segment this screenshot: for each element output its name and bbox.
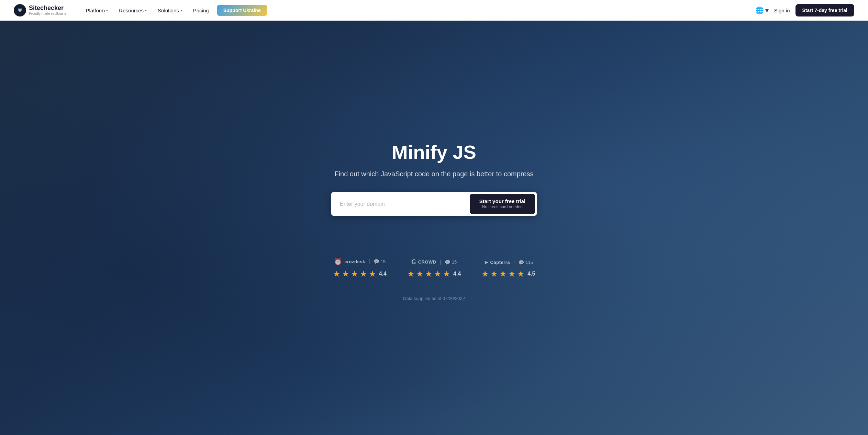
chevron-down-icon: ▾ — [765, 6, 769, 14]
logo-link[interactable]: Sitechecker Proudly made in Ukraine — [14, 4, 67, 16]
logo-text-block: Sitechecker Proudly made in Ukraine — [29, 5, 67, 16]
star-1: ★ — [333, 269, 341, 279]
star-half: ★ — [369, 269, 376, 279]
navbar: Sitechecker Proudly made in Ukraine Plat… — [0, 0, 868, 21]
crozdesk-icon: ⏰ — [334, 257, 342, 266]
nav-right: 🌐 ▾ Sign in Start 7-day free trial — [755, 4, 854, 16]
star-4: ★ — [434, 269, 442, 279]
star-4: ★ — [360, 269, 367, 279]
hero-subtitle: Find out which JavaScript code on the pa… — [334, 170, 533, 178]
gcrowd-label: CROWD — [418, 259, 436, 265]
hero-title: Minify JS — [392, 141, 476, 163]
sign-in-link[interactable]: Sign in — [774, 8, 790, 13]
gcrowd-icon: G — [411, 258, 416, 266]
support-ukraine-button[interactable]: Support Ukraine — [217, 5, 267, 16]
logo-tagline: Proudly made in Ukraine — [29, 12, 67, 16]
nav-item-platform[interactable]: Platform ▾ — [80, 5, 114, 16]
star-2: ★ — [342, 269, 349, 279]
nav-item-resources[interactable]: Resources ▾ — [113, 5, 152, 16]
globe-icon: 🌐 — [755, 6, 764, 14]
hero-section: Minify JS Find out which JavaScript code… — [0, 21, 868, 435]
start-free-trial-button[interactable]: Start your free trial No credit card nee… — [470, 194, 535, 214]
crozdesk-rating: ⏰ crozdesk | 💬 15 ★ ★ ★ ★ ★ 4.4 — [333, 257, 387, 279]
divider: | — [369, 258, 370, 265]
chevron-down-icon: ▾ — [106, 9, 108, 12]
capterra-stars: ★ ★ ★ ★ ★ 4.5 — [481, 269, 535, 279]
gcrowd-brand: G CROWD | 💬 15 — [411, 258, 457, 266]
crozdesk-comment-count: 💬 15 — [374, 259, 386, 264]
star-half: ★ — [443, 269, 450, 279]
capterra-score: 4.5 — [527, 271, 535, 277]
star-1: ★ — [481, 269, 489, 279]
nav-item-solutions[interactable]: Solutions ▾ — [152, 5, 188, 16]
capterra-brand: ➤ Capterra | 💬 115 — [484, 259, 533, 266]
chevron-down-icon: ▾ — [145, 9, 147, 12]
comment-icon: 💬 — [445, 259, 450, 265]
globe-language-selector[interactable]: 🌐 ▾ — [755, 6, 769, 14]
divider: | — [513, 259, 515, 266]
domain-search-box: Start your free trial No credit card nee… — [331, 192, 537, 216]
nav-links: Platform ▾ Resources ▾ Solutions ▾ Prici… — [80, 5, 755, 16]
capterra-label: Capterra — [490, 260, 510, 265]
gcrowd-score: 4.4 — [453, 271, 461, 277]
crozdesk-score: 4.4 — [379, 271, 387, 277]
start-trial-button[interactable]: Start 7-day free trial — [795, 4, 855, 16]
logo-name: Sitechecker — [29, 5, 67, 12]
data-supplied-note: Data supplied as of 07/20/2022 — [403, 296, 465, 301]
star-4: ★ — [508, 269, 516, 279]
capterra-comment-count: 💬 115 — [518, 260, 533, 265]
star-1: ★ — [407, 269, 415, 279]
sitechecker-logo-icon — [14, 4, 26, 16]
crozdesk-label: crozdesk — [344, 259, 365, 264]
gcrowd-comment-count: 💬 15 — [445, 259, 457, 265]
cta-sub-text: No credit card needed — [482, 204, 523, 210]
chevron-down-icon: ▾ — [180, 9, 182, 12]
capterra-rating: ➤ Capterra | 💬 115 ★ ★ ★ ★ ★ 4.5 — [481, 259, 535, 279]
star-2: ★ — [416, 269, 424, 279]
ratings-section: ⏰ crozdesk | 💬 15 ★ ★ ★ ★ ★ 4.4 — [319, 237, 549, 292]
crozdesk-stars: ★ ★ ★ ★ ★ 4.4 — [333, 269, 387, 279]
divider: | — [440, 259, 441, 265]
star-3: ★ — [425, 269, 433, 279]
comment-icon: 💬 — [518, 260, 524, 265]
star-3: ★ — [351, 269, 358, 279]
cta-main-text: Start your free trial — [479, 198, 525, 205]
star-3: ★ — [499, 269, 507, 279]
gcrowd-rating: G CROWD | 💬 15 ★ ★ ★ ★ ★ 4.4 — [407, 258, 461, 279]
gcrowd-stars: ★ ★ ★ ★ ★ 4.4 — [407, 269, 461, 279]
crozdesk-brand: ⏰ crozdesk | 💬 15 — [334, 257, 386, 266]
nav-item-pricing[interactable]: Pricing — [188, 5, 214, 16]
domain-search-input[interactable] — [332, 192, 468, 215]
capterra-icon: ➤ — [484, 259, 488, 266]
star-2: ★ — [490, 269, 498, 279]
comment-icon: 💬 — [374, 259, 379, 264]
star-half: ★ — [517, 269, 525, 279]
